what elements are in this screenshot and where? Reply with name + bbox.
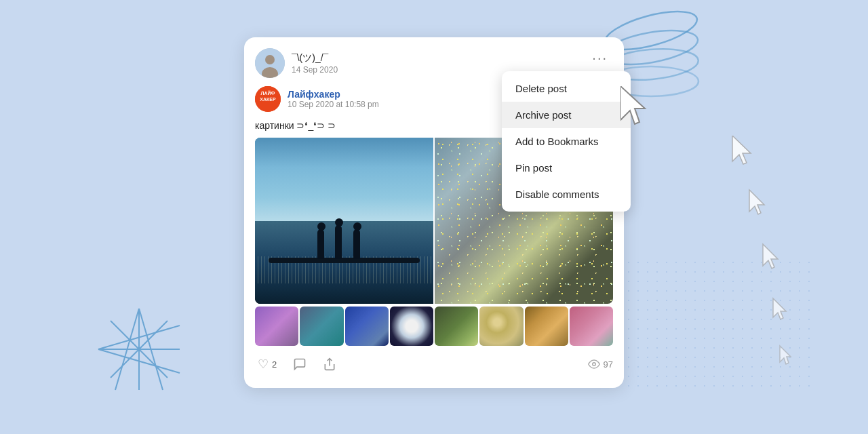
author-avatar: ЛАЙФ ХАКЕР [255,86,281,112]
thumbnail-8[interactable] [570,307,613,346]
like-count: 2 [272,359,277,370]
view-count: 97 [604,359,613,370]
context-menu-item-disable-comments[interactable]: Disable comments [502,181,631,208]
svg-marker-12 [732,136,751,164]
card-header: ¯\(ツ)_/¯ 14 Sep 2020 ··· Delete post Arc… [244,37,624,86]
post-image-main[interactable] [255,138,433,304]
comment-button[interactable] [290,355,309,374]
post-footer: ♡ 2 97 [244,346,624,377]
thumbnail-3[interactable] [345,307,389,346]
thumbnail-6[interactable] [479,307,523,346]
post-kaomoji: ¯\(ツ)_/¯ [292,52,613,64]
cursor-on-archive [620,86,668,134]
starburst-decoration [95,305,183,393]
eye-icon [588,358,600,370]
context-menu-item-archive[interactable]: Archive post [502,102,631,128]
thumbnail-7[interactable] [525,307,568,346]
svg-marker-20 [620,86,645,124]
thumbnail-strip [244,305,624,346]
post-author-avatar [255,48,285,78]
views-section: 97 [588,358,613,370]
thumbnail-4[interactable] [390,307,433,346]
svg-text:ХАКЕР: ХАКЕР [260,97,276,102]
thumbnail-1[interactable] [255,307,298,346]
svg-point-18 [265,55,275,64]
context-menu-item-bookmarks[interactable]: Add to Bookmarks [502,128,631,155]
svg-marker-13 [749,190,764,214]
thumbnail-5[interactable] [435,307,478,346]
svg-point-25 [592,363,595,366]
svg-marker-16 [780,346,791,364]
more-options-button[interactable]: ··· [587,48,613,67]
svg-marker-14 [763,244,778,269]
context-menu-item-pin[interactable]: Pin post [502,155,631,181]
heart-icon: ♡ [258,357,269,372]
like-button[interactable]: ♡ 2 [255,354,279,374]
comment-icon [293,357,307,371]
thumbnail-2[interactable] [300,307,343,346]
cursor-decorations [712,136,848,420]
context-menu: Delete post Archive post Add to Bookmark… [502,71,631,212]
context-menu-item-delete[interactable]: Delete post [502,75,631,102]
post-card: ¯\(ツ)_/¯ 14 Sep 2020 ··· Delete post Arc… [244,37,624,388]
share-button[interactable] [320,355,339,374]
share-icon [323,357,336,371]
svg-marker-15 [773,298,786,319]
svg-text:ЛАЙФ: ЛАЙФ [261,90,275,96]
